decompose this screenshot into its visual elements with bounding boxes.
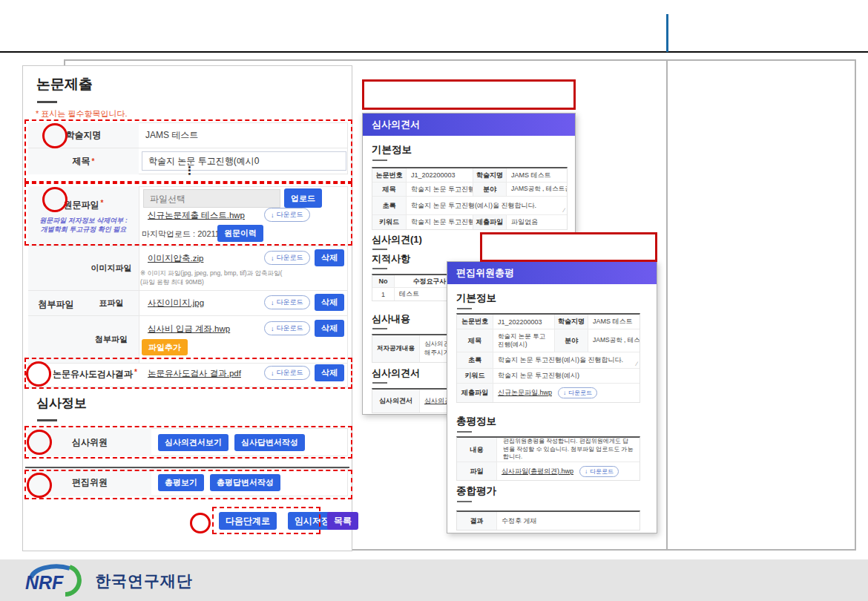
basic-info-title: 기본정보 — [372, 143, 412, 157]
keyword-value: 학술지 논문 투고진행(예시) — [407, 215, 473, 229]
table-row: 초록 학술지 논문 투고진행(예시)을 진행합니다. ∕ — [372, 197, 567, 215]
annotation-box-original-file — [24, 183, 352, 246]
paper-no-label: 논문번호 — [457, 315, 493, 329]
page-title: 논문제출 — [36, 75, 93, 94]
image-file-note2: (파일 용량 최대 90MB) — [140, 278, 204, 287]
abstract-label: 초록 — [372, 197, 407, 214]
eval-result-value: 수정후 게재 — [497, 512, 640, 530]
annotation-box-editor — [24, 470, 352, 499]
download-icon: ↓ — [271, 325, 274, 332]
download-icon: ↓ — [563, 390, 566, 396]
summary-file-link[interactable]: 심사파일(총평의견).hwp — [502, 467, 573, 476]
attach-file-link[interactable]: 심사비 입금 계좌.hwp — [148, 324, 230, 335]
title-label: 제목 — [457, 329, 493, 352]
title-value: 학술지 논문 투고진행(예시) — [493, 329, 555, 352]
points-no-header: No — [372, 275, 395, 287]
table-row: 파일 심사파일(총평의견).hwp ↓다운로드 — [457, 462, 640, 480]
summary-content-value: 편집위원총평을 작성합니다. 편집위원에게도 답변을 작성할 수 있습니다. 첨… — [497, 438, 640, 462]
paper-no-label: 논문번호 — [372, 168, 407, 182]
download-label: 다운로드 — [277, 298, 303, 307]
required-note: * 표시는 필수항목입니다. — [36, 108, 127, 119]
download-icon: ↓ — [271, 299, 274, 306]
submit-file-label: 제출파일 — [457, 384, 493, 402]
section-underline — [457, 308, 472, 309]
paper-no-value: J1_202200003 — [407, 168, 473, 182]
opinion-report-label: 심사의견서 — [372, 390, 420, 413]
table-row: 키워드 학술지 논문 투고진행(예시) — [457, 369, 640, 384]
review-section-title: 심사정보 — [36, 395, 87, 412]
image-file-label: 이미지파일 — [84, 246, 139, 290]
annotation-circle-editor — [27, 473, 52, 498]
annotation-box-footer-buttons — [212, 507, 320, 534]
annotation-callout-box-middle — [480, 232, 657, 262]
download-label: 다운로드 — [568, 389, 592, 397]
review-opinion-popup-header: 심사의견서 — [363, 114, 575, 136]
abstract-value: 학술지 논문 투고진행(예시)을 진행합니다. — [411, 201, 536, 211]
download-button[interactable]: ↓다운로드 — [558, 387, 597, 398]
list-button[interactable]: 목록 — [327, 512, 358, 530]
annotation-circle-reviewer — [27, 430, 52, 455]
submit-file-value: 파일없음 — [507, 215, 567, 229]
top-blue-marker-line — [666, 14, 668, 52]
download-button[interactable]: ↓다운로드 — [579, 466, 619, 477]
download-button[interactable]: ↓다운로드 — [264, 295, 310, 309]
section-underline — [372, 249, 387, 250]
table-row: 내용 편집위원총평을 작성합니다. 편집위원에게도 답변을 작성할 수 있습니다… — [457, 438, 640, 462]
keyword-label: 키워드 — [457, 369, 493, 383]
basic-info-title: 기본정보 — [456, 292, 496, 305]
abstract-cell: 학술지 논문 투고진행(예시)을 진행합니다. ∕ — [407, 197, 567, 214]
keyword-value: 학술지 논문 투고진행(예시) — [493, 369, 640, 383]
row-divider — [28, 290, 348, 291]
editor-summary-popup-header: 편집위원총평 — [447, 262, 657, 284]
section-underline — [372, 268, 387, 269]
submit-file-link[interactable]: 신규논문파일.hwp — [498, 388, 552, 398]
section-underline — [372, 328, 387, 329]
attach-file-label: 첨부파일 — [84, 316, 139, 363]
table-file-link[interactable]: 사진이미지.jpg — [148, 298, 204, 309]
annotation-circle-similarity — [26, 361, 51, 387]
top-divider-line — [0, 51, 868, 53]
table-row: 제목 학술지 논문 투고진행(예시) 분야 JAMS공학 , 테스트공학 — [372, 183, 567, 197]
download-button[interactable]: ↓다운로드 — [264, 251, 310, 265]
keyword-label: 키워드 — [372, 215, 407, 229]
nrf-logo-text: NRF — [25, 572, 64, 593]
annotation-callout-box-top — [362, 79, 576, 110]
content-table-divider — [666, 59, 668, 551]
table-row: 초록 학술지 논문 투고진행(예시)을 진행합니다. ∕ — [457, 352, 640, 369]
opinion-count-title: 심사의견(1) — [372, 233, 422, 246]
summary-basic-table: 논문번호 J1_202200003 학술지명 JAMS 테스트 제목 학술지 논… — [456, 313, 640, 403]
summary-file-cell: 심사파일(총평의견).hwp ↓다운로드 — [497, 462, 640, 480]
author-open-label: 저자공개내용 — [372, 335, 420, 362]
delete-image-file-button[interactable]: 삭제 — [315, 249, 344, 266]
download-button[interactable]: ↓다운로드 — [264, 321, 310, 335]
annotation-box-similarity — [24, 358, 352, 389]
annotation-circle-basic-fields — [42, 123, 68, 148]
table-file-label: 표파일 — [84, 291, 139, 315]
field-value: JAMS공학 , 테스트공학 — [588, 329, 640, 352]
summary-info-table: 내용 편집위원총평을 작성합니다. 편집위원에게도 답변을 작성할 수 있습니다… — [456, 436, 640, 481]
add-file-button[interactable]: 파일추가 — [142, 339, 188, 355]
summary-info-title: 총평정보 — [456, 415, 496, 428]
resize-handle-icon: ∕ — [564, 207, 565, 214]
review-section-underline — [37, 419, 57, 421]
journal-label: 학술지명 — [555, 315, 588, 329]
delete-table-file-button[interactable]: 삭제 — [315, 294, 344, 311]
annotation-circle-footer-buttons — [190, 513, 211, 533]
annotation-circle-original-file — [42, 187, 68, 212]
points-row-no: 1 — [372, 288, 395, 300]
opinion-basic-table: 논문번호 J1_202200003 학술지명 JAMS 테스트 제목 학술지 논… — [372, 167, 568, 230]
table-row: 논문번호 J1_202200003 학술지명 JAMS 테스트 — [372, 168, 567, 183]
table-row: 제출파일 신규논문파일.hwp ↓다운로드 — [457, 384, 640, 402]
delete-attach-file-button[interactable]: 삭제 — [315, 320, 344, 337]
section-underline — [457, 431, 472, 433]
points-title: 지적사항 — [372, 252, 410, 266]
footer-bar: NRF 한국연구재단 — [0, 559, 868, 601]
annotation-box-reviewer — [24, 426, 352, 459]
submission-form-panel: 논문제출 * 표시는 필수항목입니다. 학술지명 JAMS 테스트 제목* ⋮ … — [22, 65, 352, 551]
opinion-report-title: 심사의견서 — [372, 367, 420, 380]
download-icon: ↓ — [585, 468, 588, 475]
download-icon: ↓ — [271, 254, 274, 262]
overall-eval-title: 종합평가 — [456, 485, 496, 498]
annotation-box-basic-fields — [24, 119, 352, 183]
image-file-link[interactable]: 이미지압축.zip — [148, 253, 203, 264]
